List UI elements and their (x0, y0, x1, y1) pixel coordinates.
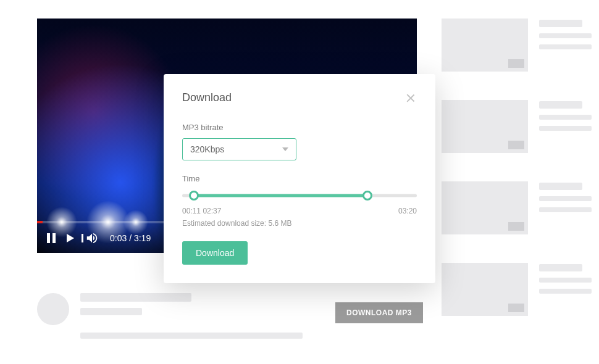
related-line-placeholder (539, 289, 592, 294)
slider-handle-start[interactable] (189, 191, 199, 201)
related-title-placeholder (539, 101, 582, 109)
chevron-down-icon (282, 147, 288, 151)
video-duration: 3:19 (134, 233, 151, 243)
related-video-item[interactable] (442, 181, 592, 234)
related-thumbnail (442, 263, 528, 316)
title-placeholder (80, 293, 191, 302)
related-line-placeholder (539, 126, 592, 131)
related-video-item[interactable] (442, 263, 592, 316)
related-line-placeholder (539, 115, 592, 120)
related-video-item[interactable] (442, 19, 592, 72)
modal-title: Download (182, 91, 232, 104)
duration-badge (508, 304, 524, 312)
slider-handle-end[interactable] (362, 191, 372, 201)
download-modal: Download MP3 bitrate 320Kbps Time 00:11 … (164, 74, 435, 283)
related-line-placeholder (539, 33, 592, 38)
related-thumbnail (442, 100, 528, 153)
duration-badge (508, 141, 524, 149)
related-line-placeholder (539, 196, 592, 201)
related-line-placeholder (539, 44, 592, 49)
duration-badge (508, 222, 524, 231)
subtitle-placeholder (80, 308, 142, 315)
download-mp3-button[interactable]: DOWNLOAD MP3 (335, 302, 423, 323)
next-icon[interactable] (67, 234, 74, 242)
related-title-placeholder (539, 264, 582, 271)
pause-icon[interactable] (47, 233, 56, 243)
volume-icon[interactable] (85, 231, 99, 245)
video-timecode: 0:03 / 3:19 (110, 233, 151, 243)
estimated-size: Estimated download size: 5.6 MB (182, 219, 417, 228)
bitrate-select[interactable]: 320Kbps (182, 138, 296, 160)
time-label: Time (182, 174, 417, 183)
description-placeholder (80, 333, 303, 339)
related-thumbnail (442, 181, 528, 234)
related-title-placeholder (539, 183, 582, 190)
video-current-time: 0:03 (110, 233, 127, 243)
bitrate-value: 320Kbps (190, 144, 224, 154)
duration-badge (508, 59, 524, 68)
range-start-end: 00:11 02:37 (182, 207, 221, 215)
related-video-item[interactable] (442, 100, 592, 153)
bitrate-label: MP3 bitrate (182, 123, 417, 132)
close-icon[interactable] (404, 92, 417, 104)
time-range-slider[interactable] (182, 189, 417, 202)
related-thumbnail (442, 19, 528, 72)
slider-fill (194, 194, 367, 197)
channel-avatar-placeholder (37, 293, 69, 325)
related-line-placeholder (539, 278, 592, 283)
related-line-placeholder (539, 207, 592, 212)
download-button[interactable]: Download (182, 241, 248, 265)
range-total: 03:20 (398, 207, 417, 215)
related-title-placeholder (539, 20, 582, 27)
